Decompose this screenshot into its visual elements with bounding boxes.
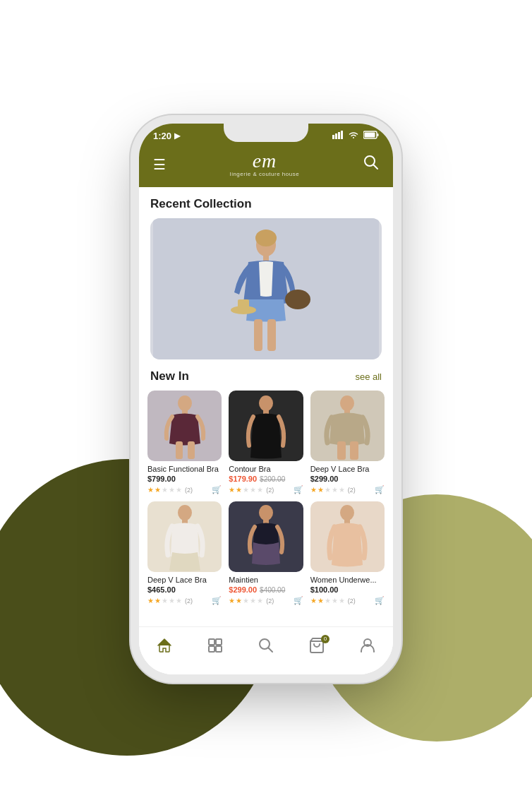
product-rating-row-2: ★ ★ ★ ★ ★ (2) 🛒: [229, 485, 303, 494]
nav-browse[interactable]: [200, 633, 231, 662]
status-time: 1:20 ▶: [153, 131, 180, 141]
svg-rect-6: [377, 133, 379, 136]
battery-icon: [363, 131, 379, 141]
svg-point-35: [259, 505, 273, 520]
grid-icon: [207, 637, 224, 658]
review-count-3: (2): [348, 487, 356, 494]
svg-point-19: [178, 395, 192, 411]
banner-card[interactable]: [150, 218, 382, 359]
product-rating-row-4: ★ ★ ★ ★ ★ (2) 🛒: [147, 596, 222, 605]
product-orig-price-5: $400.00: [260, 586, 285, 594]
product-stars-2: ★ ★ ★ ★ ★: [229, 486, 263, 494]
phone-notch: [224, 124, 308, 142]
product-rating-row-6: ★ ★ ★ ★ ★ (2) 🛒: [310, 596, 385, 605]
svg-rect-21: [176, 441, 183, 459]
star-1: ★: [147, 486, 154, 494]
add-to-cart-6[interactable]: 🛒: [375, 596, 385, 605]
product-stars-3: ★ ★ ★ ★ ★: [310, 486, 345, 494]
product-name-1: Basic Functional Bra: [147, 465, 222, 473]
product-price-6: $100.00: [310, 585, 339, 594]
cart-badge-count: 0: [321, 635, 330, 643]
product-name-2: Contour Bra: [229, 465, 303, 473]
svg-rect-22: [188, 441, 195, 459]
svg-rect-42: [209, 646, 214, 652]
product-stars-1: ★ ★ ★ ★ ★: [147, 486, 182, 494]
product-img-2: [229, 391, 303, 461]
phone-frame: 1:20 ▶ ☰ em lingerie & couture house: [139, 124, 393, 674]
search-nav-icon: [258, 637, 274, 658]
svg-rect-15: [267, 319, 276, 351]
product-card-5[interactable]: Maintien $299.00 $400.00 ★ ★ ★ ★ ★: [229, 501, 303, 605]
star-2: ★: [155, 486, 161, 494]
time-display: 1:20: [153, 131, 171, 141]
recent-collection-title: Recent Collection: [139, 187, 393, 218]
product-price-3: $299.00: [310, 475, 339, 483]
product-price-row-1: $799.00: [147, 475, 222, 483]
product-name-3: Deep V Lace Bra: [310, 465, 385, 473]
product-price-row-2: $179.90 $200.00: [229, 475, 303, 483]
menu-button[interactable]: ☰: [153, 156, 166, 173]
add-to-cart-3[interactable]: 🛒: [375, 485, 385, 494]
product-price-row-4: $465.00: [147, 585, 222, 594]
svg-rect-5: [365, 133, 375, 138]
product-card-3[interactable]: Deep V Lace Bra $299.00 ★ ★ ★ ★ ★ (2): [310, 391, 385, 494]
product-img-6: [310, 501, 385, 572]
svg-rect-17: [238, 299, 249, 311]
banner-carousel: [139, 218, 393, 359]
add-to-cart-1[interactable]: 🛒: [212, 485, 222, 494]
review-count-5: (2): [266, 597, 274, 605]
top-bar: ☰ em lingerie & couture house: [139, 145, 393, 187]
page-wrapper: 1:20 ▶ ☰ em lingerie & couture house: [0, 0, 532, 798]
see-all-button[interactable]: see all: [355, 371, 382, 382]
product-grid: Basic Functional Bra $799.00 ★ ★ ★ ★ ★ (…: [139, 391, 393, 605]
logo-sub-text: lingerie & couture house: [230, 171, 299, 177]
product-stars-6: ★ ★ ★ ★ ★: [310, 597, 345, 605]
review-count-4: (2): [185, 597, 193, 605]
star-4: ★: [169, 486, 175, 494]
product-card-4[interactable]: Deep V Lace Bra $465.00 ★ ★ ★ ★ ★ (2): [147, 501, 222, 605]
new-in-header: New In see all: [139, 359, 393, 391]
svg-point-11: [255, 230, 277, 246]
svg-point-24: [259, 395, 273, 411]
product-price-1: $799.00: [147, 475, 176, 483]
star-5: ★: [176, 486, 182, 494]
svg-rect-14: [254, 319, 262, 351]
product-card-2[interactable]: Contour Bra $179.90 $200.00 ★ ★ ★ ★ ★: [229, 391, 303, 494]
review-count-1: (2): [185, 487, 193, 494]
nav-cart[interactable]: 0: [301, 633, 332, 662]
cart-badge-wrapper: 0: [308, 637, 325, 658]
product-price-row-5: $299.00 $400.00: [229, 585, 303, 594]
svg-point-32: [178, 505, 192, 520]
nav-search[interactable]: [250, 633, 282, 662]
search-button[interactable]: [363, 155, 379, 174]
banner-image: [150, 218, 382, 359]
product-card-6[interactable]: Women Underwe... $100.00 ★ ★ ★ ★ ★ (2): [310, 501, 385, 605]
product-rating-row-1: ★ ★ ★ ★ ★ (2) 🛒: [147, 485, 222, 494]
product-img-5: [229, 501, 303, 572]
product-card-1[interactable]: Basic Functional Bra $799.00 ★ ★ ★ ★ ★ (…: [147, 391, 222, 494]
review-count-6: (2): [348, 597, 356, 605]
home-icon: [156, 637, 173, 658]
svg-line-45: [269, 648, 273, 652]
app-logo: em lingerie & couture house: [230, 151, 299, 177]
add-to-cart-4[interactable]: 🛒: [212, 596, 222, 605]
product-sale-price-5: $299.00: [229, 585, 257, 594]
svg-rect-2: [338, 132, 340, 139]
nav-profile[interactable]: [352, 633, 383, 662]
svg-point-27: [340, 395, 354, 411]
add-to-cart-2[interactable]: 🛒: [294, 485, 303, 494]
product-name-5: Maintien: [229, 576, 303, 584]
add-to-cart-5[interactable]: 🛒: [294, 596, 303, 605]
svg-rect-0: [332, 135, 334, 139]
signal-icon: [332, 131, 344, 141]
nav-home[interactable]: [149, 633, 180, 662]
wifi-icon: [348, 131, 359, 141]
bottom-nav: 0: [139, 626, 393, 674]
svg-rect-30: [350, 441, 358, 460]
product-rating-row-3: ★ ★ ★ ★ ★ (2) 🛒: [310, 485, 385, 494]
product-img-1: [147, 391, 222, 461]
product-name-6: Women Underwe...: [310, 576, 385, 584]
profile-nav-icon: [359, 637, 376, 658]
product-price-row-3: $299.00: [310, 475, 385, 483]
status-icons: [332, 131, 379, 141]
